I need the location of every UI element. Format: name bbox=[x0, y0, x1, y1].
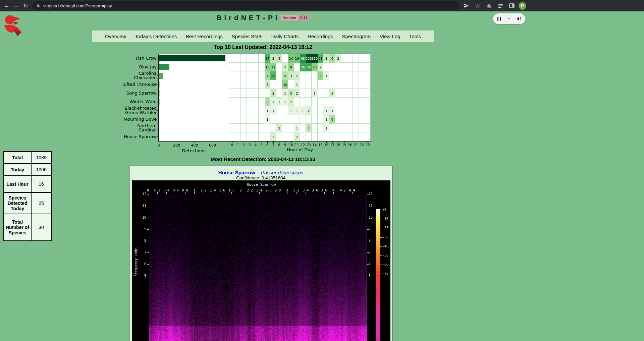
profile-avatar[interactable]: P bbox=[519, 2, 526, 10]
heatmap-cell-8-13: 4 bbox=[306, 124, 312, 132]
heat-x-tick bbox=[244, 141, 244, 143]
spectrogram-x-label: 1·4 bbox=[208, 188, 218, 192]
spectrogram-y-label-left: 12 bbox=[137, 192, 146, 196]
heat-x-tick bbox=[238, 141, 238, 143]
heatmap-cell-8-8: 2 bbox=[276, 124, 282, 132]
spectrogram-x-label: 1·8 bbox=[226, 188, 236, 192]
spectrogram-y-label-left: 7 bbox=[137, 250, 146, 254]
spectrogram-x-tick bbox=[241, 192, 241, 194]
spectrogram-y-label-left: 10 bbox=[137, 216, 146, 219]
heat-x-tick bbox=[262, 141, 262, 143]
bookmark-star-icon[interactable]: ☆ bbox=[473, 1, 482, 10]
spectrogram-x-label: 4 bbox=[328, 188, 338, 192]
heatmap-cell-1-7: 11 bbox=[270, 63, 276, 71]
stat-label-today: Today bbox=[4, 164, 31, 176]
spectrogram-y-label-left: 9 bbox=[137, 227, 146, 231]
heatmap-cell-4-17: 2 bbox=[329, 89, 335, 98]
detection-species-link[interactable]: House Sparrow: bbox=[218, 170, 257, 175]
spectrogram-x-label: 4·2 bbox=[338, 188, 348, 192]
heatmap-cell-6-6: 1 bbox=[265, 106, 271, 115]
heatmap-cell-0-14: 319 bbox=[312, 54, 318, 63]
spectrogram-x-tick bbox=[352, 192, 353, 194]
heatmap-cell-1-6: 10 bbox=[265, 63, 271, 71]
species-axis-tick bbox=[157, 102, 158, 102]
heat-x-tick-label: 16 bbox=[323, 143, 329, 147]
menu-icon[interactable]: ⋮ bbox=[528, 1, 538, 10]
heat-x-tick bbox=[344, 141, 344, 143]
spectrogram-x-tick bbox=[157, 192, 158, 194]
heat-x-tick-label: 4 bbox=[253, 143, 259, 147]
spectrogram-x-label: 3·6 bbox=[310, 188, 320, 192]
spectrogram-y-tick bbox=[367, 276, 369, 276]
heatmap-cell-0-10: 14 bbox=[288, 54, 294, 63]
extension-icon[interactable] bbox=[484, 1, 494, 10]
stat-value-today[interactable]: 1006 bbox=[31, 164, 51, 176]
heatmap-cell-6-10: 1 bbox=[288, 106, 294, 115]
back-button[interactable]: ← bbox=[2, 1, 11, 10]
bar-x-tick bbox=[177, 141, 177, 143]
spectrogram-x-label: 2·4 bbox=[254, 188, 264, 192]
bar-x-tick-label: 0 bbox=[154, 143, 164, 148]
species-axis-tick bbox=[157, 119, 158, 119]
heatmap-cell-1-10: 9 bbox=[288, 63, 294, 71]
bar-winter-wren bbox=[159, 99, 160, 105]
species-label-5: Winter Wren bbox=[80, 97, 157, 106]
species-label-3: Tufted Titmouse bbox=[80, 80, 157, 89]
heat-x-tick bbox=[362, 141, 362, 143]
heat-x-tick-label: 14 bbox=[312, 143, 318, 147]
heatmap-cell-5-6: 6 bbox=[265, 98, 271, 106]
spectrogram-x-tick bbox=[278, 192, 278, 194]
heat-x-tick bbox=[356, 141, 356, 143]
browser-chrome: ← → ↻ virginia.birdnetpi.com/?stream=pla… bbox=[0, 0, 644, 11]
heat-x-tick-label: 23 bbox=[365, 143, 371, 147]
heat-x-tick-label: 15 bbox=[318, 143, 324, 147]
colorbar-tick bbox=[380, 219, 382, 219]
spectrogram-x-label: 1 bbox=[189, 188, 199, 192]
heatmap-cell-1-13: 39 bbox=[306, 63, 312, 71]
spectrogram-x-label: 3·4 bbox=[301, 188, 311, 192]
heatmap-cell-4-10: 3 bbox=[288, 89, 294, 98]
heatmap-cell-4-9: 1 bbox=[282, 89, 288, 98]
heat-x-tick bbox=[309, 141, 309, 143]
forward-button[interactable]: → bbox=[11, 1, 21, 10]
spectrogram-x-tick bbox=[259, 192, 260, 194]
spectrogram-y-tick bbox=[147, 276, 149, 276]
address-bar[interactable]: virginia.birdnetpi.com/?stream=play bbox=[32, 1, 460, 10]
heatmap-cell-8-11: 1 bbox=[294, 124, 300, 132]
spectrogram-x-tick bbox=[213, 192, 213, 194]
heat-x-tick-label: 7 bbox=[270, 143, 276, 147]
species-label-4: Song Sparrow bbox=[80, 89, 157, 97]
heat-x-tick bbox=[256, 141, 256, 143]
detection-title-row: House Sparrow:Passer domesticus bbox=[129, 170, 392, 175]
share-icon[interactable] bbox=[462, 1, 471, 10]
spectrogram-y-tick bbox=[147, 194, 149, 194]
heat-x-tick-label: 5 bbox=[259, 143, 265, 147]
heatmap-cell-6-13: 2 bbox=[306, 106, 312, 115]
spectrogram-x-tick bbox=[333, 192, 334, 194]
reading-list-icon[interactable] bbox=[496, 1, 505, 10]
heat-x-tick bbox=[315, 141, 315, 143]
bar-mourning-dove bbox=[159, 116, 159, 122]
stat-value-species-today[interactable]: 25 bbox=[31, 192, 51, 214]
side-panel-icon[interactable] bbox=[507, 1, 517, 10]
species-axis-tick bbox=[157, 67, 158, 67]
spectrogram-x-label: 0·8 bbox=[180, 188, 190, 192]
heatmap-cell-6-16: 1 bbox=[323, 106, 329, 115]
spectrogram-x-label: 3·2 bbox=[291, 188, 302, 192]
stat-value-last-hour: 16 bbox=[31, 176, 51, 192]
browser-toolbar-icons: ☆ P ⋮ bbox=[462, 0, 538, 11]
spectrogram-y-label-left: 8 bbox=[137, 239, 146, 242]
heatmap-cell-0-11: 16 bbox=[294, 54, 300, 63]
bar-black-throated-green-warbler bbox=[159, 108, 159, 114]
spectrogram-x-tick bbox=[287, 192, 287, 194]
stat-value-total-species[interactable]: 30 bbox=[31, 214, 51, 241]
spectrogram-ylabel: Frequency (kHz) bbox=[134, 237, 138, 285]
colorbar-label: +0 bbox=[382, 208, 386, 212]
species-label-8: Northern Cardinal bbox=[80, 123, 157, 132]
reload-button[interactable]: ↻ bbox=[21, 1, 30, 10]
url-text: virginia.birdnetpi.com/?stream=play bbox=[43, 3, 112, 8]
heat-x-tick bbox=[332, 141, 333, 143]
heatmap-cell-7-16: 1 bbox=[323, 115, 329, 124]
stats-row-last-hour: Last Hour 16 bbox=[4, 176, 51, 192]
detection-scientific-link[interactable]: Passer domesticus bbox=[261, 170, 304, 175]
